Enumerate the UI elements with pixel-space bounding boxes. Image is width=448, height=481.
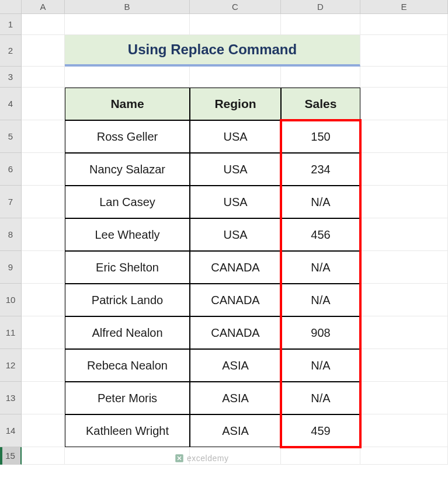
cell-e7[interactable] <box>360 186 448 218</box>
cell-region-14[interactable]: ASIA <box>190 414 281 447</box>
active-row-marker <box>0 447 2 465</box>
cell-e14[interactable] <box>360 414 448 447</box>
cell-sales-5[interactable]: 150 <box>281 120 360 153</box>
cell-sales-14[interactable]: 459 <box>281 414 360 447</box>
row-header-13[interactable]: 13 <box>0 382 22 414</box>
cell-e12[interactable] <box>360 349 448 382</box>
cell-sales-11[interactable]: 908 <box>281 316 360 349</box>
row-header-1[interactable]: 1 <box>0 14 22 35</box>
select-all-corner[interactable] <box>0 0 22 13</box>
col-header-e[interactable]: E <box>360 0 448 13</box>
cell-name-7[interactable]: Lan Casey <box>65 186 190 218</box>
cell-name-11[interactable]: Alfred Nealon <box>65 316 190 349</box>
cell-region-6[interactable]: USA <box>190 153 281 186</box>
cell-region-9[interactable]: CANADA <box>190 251 281 284</box>
cell-a1[interactable] <box>22 14 65 35</box>
cell-a14[interactable] <box>22 414 65 447</box>
cell-e9[interactable] <box>360 251 448 284</box>
cell-d1[interactable] <box>281 14 360 35</box>
cell-d15[interactable] <box>281 447 360 465</box>
cell-name-14[interactable]: Kathleen Wright <box>65 414 190 447</box>
cell-b3[interactable] <box>65 67 190 88</box>
row-header-12[interactable]: 12 <box>0 349 22 382</box>
cell-name-5[interactable]: Ross Geller <box>65 120 190 153</box>
cell-sales-7[interactable]: N/A <box>281 186 360 218</box>
cell-name-12[interactable]: Rebeca Nealon <box>65 349 190 382</box>
cell-name-9[interactable]: Eric Shelton <box>65 251 190 284</box>
header-sales[interactable]: Sales <box>281 88 360 120</box>
cell-c3[interactable] <box>190 67 281 88</box>
title-cell[interactable]: Using Replace Command <box>65 35 360 67</box>
cell-sales-13[interactable]: N/A <box>281 382 360 414</box>
cell-region-7[interactable]: USA <box>190 186 281 218</box>
cell-name-6[interactable]: Nancy Salazar <box>65 153 190 186</box>
cell-a7[interactable] <box>22 186 65 218</box>
row-header-15[interactable]: 15 <box>0 447 22 465</box>
cell-sales-10[interactable]: N/A <box>281 284 360 316</box>
cell-e11[interactable] <box>360 316 448 349</box>
col-header-c[interactable]: C <box>190 0 281 13</box>
row-header-8[interactable]: 8 <box>0 218 22 251</box>
cell-region-10[interactable]: CANADA <box>190 284 281 316</box>
cell-a5[interactable] <box>22 120 65 153</box>
column-headers: A B C D E <box>0 0 448 14</box>
cell-a13[interactable] <box>22 382 65 414</box>
cell-region-11[interactable]: CANADA <box>190 316 281 349</box>
row-header-5[interactable]: 5 <box>0 120 22 153</box>
cell-e1[interactable] <box>360 14 448 35</box>
cell-a12[interactable] <box>22 349 65 382</box>
cell-e4[interactable] <box>360 88 448 120</box>
cell-a2[interactable] <box>22 35 65 67</box>
watermark: exceldemy <box>174 453 228 463</box>
row-header-2[interactable]: 2 <box>0 35 22 67</box>
cell-a4[interactable] <box>22 88 65 120</box>
row-header-14[interactable]: 14 <box>0 414 22 447</box>
watermark-text: exceldemy <box>187 454 228 463</box>
cell-a15[interactable] <box>22 447 65 465</box>
cell-a11[interactable] <box>22 316 65 349</box>
cell-e3[interactable] <box>360 67 448 88</box>
cell-sales-6[interactable]: 234 <box>281 153 360 186</box>
grid-rows: 1 2 Using Replace Command 3 <box>0 14 448 465</box>
row-header-10[interactable]: 10 <box>0 284 22 316</box>
col-header-b[interactable]: B <box>65 0 190 13</box>
col-header-d[interactable]: D <box>281 0 360 13</box>
header-name[interactable]: Name <box>65 88 190 120</box>
row-header-7[interactable]: 7 <box>0 186 22 218</box>
cell-a8[interactable] <box>22 218 65 251</box>
header-region[interactable]: Region <box>190 88 281 120</box>
cell-a10[interactable] <box>22 284 65 316</box>
cell-a3[interactable] <box>22 67 65 88</box>
cell-sales-12[interactable]: N/A <box>281 349 360 382</box>
cell-region-12[interactable]: ASIA <box>190 349 281 382</box>
cell-e8[interactable] <box>360 218 448 251</box>
cell-e15[interactable] <box>360 447 448 465</box>
row-header-9[interactable]: 9 <box>0 251 22 284</box>
row-header-6[interactable]: 6 <box>0 153 22 186</box>
row-header-11[interactable]: 11 <box>0 316 22 349</box>
cell-e2[interactable] <box>360 35 448 67</box>
cell-e13[interactable] <box>360 382 448 414</box>
cell-sales-9[interactable]: N/A <box>281 251 360 284</box>
cell-name-10[interactable]: Patrick Lando <box>65 284 190 316</box>
cell-e10[interactable] <box>360 284 448 316</box>
spreadsheet: A B C D E 1 2 Using Replace Command <box>0 0 448 481</box>
cell-name-13[interactable]: Peter Moris <box>65 382 190 414</box>
cell-e5[interactable] <box>360 120 448 153</box>
row-header-4[interactable]: 4 <box>0 88 22 120</box>
row-header-3[interactable]: 3 <box>0 67 22 88</box>
cell-region-13[interactable]: ASIA <box>190 382 281 414</box>
cell-region-8[interactable]: USA <box>190 218 281 251</box>
brand-icon <box>174 453 185 463</box>
cell-region-5[interactable]: USA <box>190 120 281 153</box>
cell-c1[interactable] <box>190 14 281 35</box>
cell-b15[interactable] <box>65 447 190 465</box>
cell-d3[interactable] <box>281 67 360 88</box>
cell-name-8[interactable]: Lee Wheatly <box>65 218 190 251</box>
cell-a9[interactable] <box>22 251 65 284</box>
cell-b1[interactable] <box>65 14 190 35</box>
cell-a6[interactable] <box>22 153 65 186</box>
cell-sales-8[interactable]: 456 <box>281 218 360 251</box>
cell-e6[interactable] <box>360 153 448 186</box>
col-header-a[interactable]: A <box>22 0 65 13</box>
